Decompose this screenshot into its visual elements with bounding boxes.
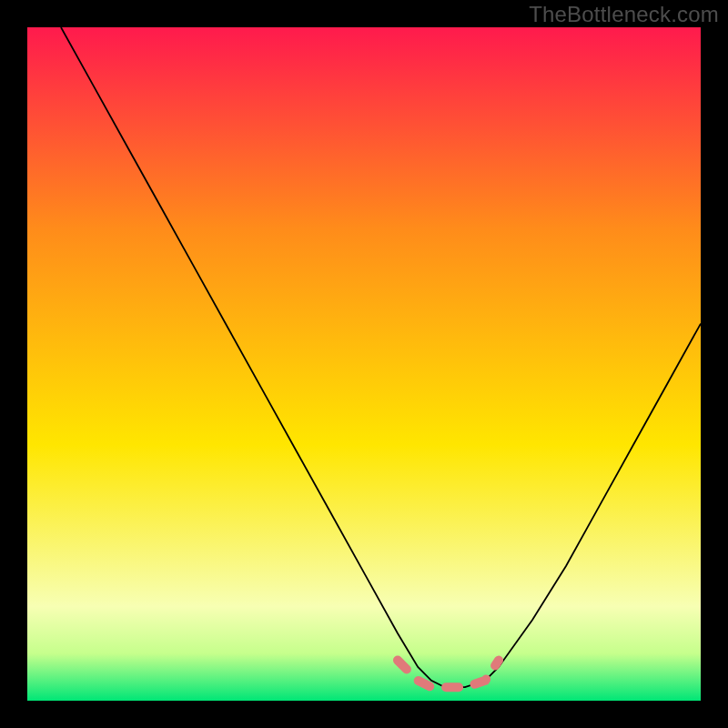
gradient-background (27, 27, 701, 701)
watermark-text: TheBottleneck.com (529, 2, 719, 27)
plot-area (27, 27, 701, 701)
chart-svg (27, 27, 701, 701)
chart-frame: TheBottleneck.com (0, 0, 728, 728)
